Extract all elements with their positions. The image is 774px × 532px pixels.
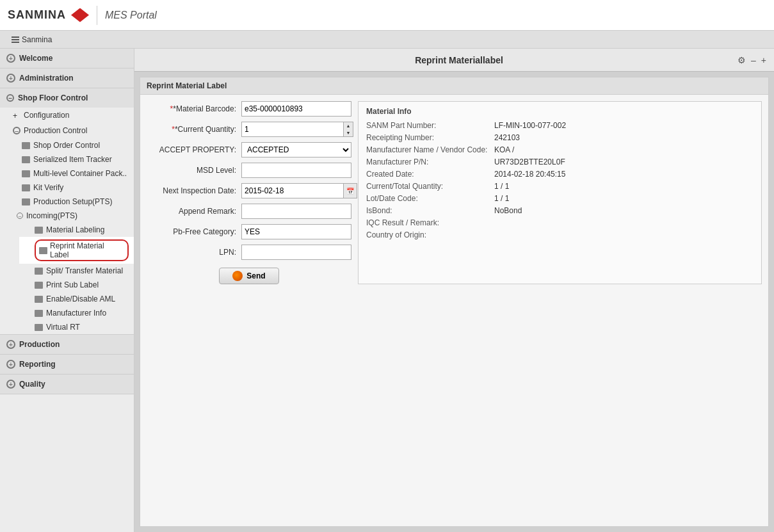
- quantity-up-button[interactable]: ▲: [344, 122, 353, 129]
- info-row-isbond: IsBond: NoBond: [366, 206, 754, 215]
- iqc-result-label: IQC Result / Remark:: [366, 218, 494, 227]
- manufacturer-name-label: Manufacturer Name / Vendor Code:: [366, 145, 494, 154]
- window-titlebar: Reprint Materiallabel ⚙ – +: [134, 49, 774, 72]
- sidebar-item-multilevel-container[interactable]: Multi-level Container Pack..: [6, 166, 134, 181]
- production-control-label: Production Control: [24, 126, 87, 135]
- production-control-children: Shop Order Control Serialized Item Track…: [0, 138, 134, 334]
- welcome-label: Welcome: [19, 54, 52, 63]
- print-sub-label-label: Print Sub Label: [46, 280, 99, 289]
- current-total-qty-label: Current/Total Quantity:: [366, 182, 494, 191]
- calendar-button[interactable]: 📅: [343, 183, 357, 198]
- sidebar-item-material-labeling[interactable]: Material Labeling: [19, 223, 134, 237]
- current-total-qty-value: 1 / 1: [494, 182, 509, 191]
- accept-property-select[interactable]: ACCEPTED REJECTED PENDING: [241, 142, 351, 157]
- enable-disable-aml-label: Enable/Disable AML: [46, 294, 115, 303]
- material-info-title: Material Info: [366, 107, 754, 116]
- lpn-input[interactable]: [241, 245, 351, 260]
- multilevel-container-icon: [22, 170, 30, 177]
- production-control-expand-icon: –: [13, 127, 20, 134]
- sidebar-reporting-header[interactable]: + Reporting: [0, 355, 134, 374]
- sidebar-item-manufacturer-info[interactable]: Manufacturer Info: [19, 306, 134, 320]
- sidebar-item-kit-verify[interactable]: Kit Verify: [6, 181, 134, 195]
- material-barcode-input[interactable]: [241, 101, 351, 117]
- top-header: SANMINA MES Portal: [0, 0, 774, 31]
- pb-free-input[interactable]: [241, 224, 351, 239]
- current-quantity-row: *Current Quantity: ▲ ▼: [147, 122, 351, 137]
- minimize-button[interactable]: –: [751, 55, 756, 65]
- sidebar-item-enable-disable-aml[interactable]: Enable/Disable AML: [19, 292, 134, 306]
- maximize-button[interactable]: +: [761, 55, 766, 65]
- sanmina-logo-icon: [71, 8, 89, 22]
- sidebar-section-shop-floor: – Shop Floor Control + Configuration – P…: [0, 88, 134, 335]
- send-circle-icon: [232, 271, 243, 281]
- sidebar-item-incoming-pts[interactable]: – Incoming(PTS): [6, 209, 134, 223]
- lot-date-code-label: Lot/Date Code:: [366, 194, 494, 203]
- info-row-sanm-part: SANM Part Number: LF-MIN-100-077-002: [366, 121, 754, 130]
- sidebar-production-header[interactable]: + Production: [0, 335, 134, 354]
- sidebar-shop-floor-header[interactable]: – Shop Floor Control: [0, 88, 134, 108]
- main-layout: + Welcome + Administration – Shop Floor …: [0, 49, 774, 532]
- form-left: *Material Barcode: *Current Quantity: ▲ …: [147, 101, 351, 284]
- sidebar-item-configuration[interactable]: + Configuration: [0, 108, 134, 123]
- msd-level-row: MSD Level:: [147, 163, 351, 178]
- sanm-part-label: SANM Part Number:: [366, 121, 494, 130]
- shop-floor-label: Shop Floor Control: [18, 93, 88, 102]
- receipting-label: Receipting Number:: [366, 133, 494, 142]
- sidebar-welcome-header[interactable]: + Welcome: [0, 49, 134, 68]
- incoming-pts-label: Incoming(PTS): [26, 211, 77, 220]
- logo-area: SANMINA: [8, 8, 89, 22]
- current-quantity-input[interactable]: [241, 122, 343, 137]
- form-title: Reprint Material Label: [140, 77, 768, 95]
- msd-level-input[interactable]: [241, 163, 351, 178]
- next-inspection-label: Next Inspection Date:: [147, 186, 236, 195]
- sidebar-item-virtual-rt[interactable]: Virtual RT: [19, 320, 134, 334]
- configuration-expand-icon: +: [13, 111, 20, 119]
- sidebar-section-reporting: + Reporting: [0, 355, 134, 375]
- sidebar-item-production-control[interactable]: – Production Control: [0, 123, 134, 138]
- sidebar-item-print-sub-label[interactable]: Print Sub Label: [19, 278, 134, 292]
- sanmina-menubar: Sanmina: [0, 31, 774, 49]
- serialized-tracker-label: Serialized Item Tracker: [33, 155, 112, 164]
- virtual-rt-icon: [35, 324, 43, 331]
- quantity-down-button[interactable]: ▼: [344, 129, 353, 136]
- incoming-pts-section: – Incoming(PTS) Material Labeling: [6, 209, 134, 334]
- sidebar-item-reprint-material-label[interactable]: Reprint Material Label: [19, 237, 134, 264]
- sidebar-item-production-setup[interactable]: Production Setup(PTS): [6, 195, 134, 209]
- lpn-label: LPN:: [147, 248, 236, 257]
- incoming-pts-expand-icon: –: [17, 213, 23, 219]
- sidebar-item-split-transfer[interactable]: Split/ Transfer Material: [19, 264, 134, 278]
- append-remark-input[interactable]: [241, 204, 351, 219]
- shop-floor-expand-icon: –: [6, 94, 14, 102]
- sidebar-item-shop-order-control[interactable]: Shop Order Control: [6, 138, 134, 152]
- sidebar-quality-header[interactable]: + Quality: [0, 375, 134, 394]
- configuration-label: Configuration: [24, 111, 69, 120]
- sidebar-item-serialized-tracker[interactable]: Serialized Item Tracker: [6, 152, 134, 166]
- quantity-spinner-wrap: ▲ ▼: [241, 122, 353, 137]
- sidebar-administration-header[interactable]: + Administration: [0, 69, 134, 88]
- next-inspection-input[interactable]: [241, 183, 343, 198]
- send-button[interactable]: Send: [219, 268, 278, 284]
- kit-verify-icon: [22, 184, 30, 191]
- info-row-receipting: Receipting Number: 242103: [366, 133, 754, 142]
- sanmina-menu-item[interactable]: Sanmina: [6, 33, 57, 46]
- accept-property-row: ACCEPT PROPERTY: ACCEPTED REJECTED PENDI…: [147, 142, 351, 157]
- production-expand-icon: +: [6, 340, 15, 349]
- settings-button[interactable]: ⚙: [738, 55, 746, 65]
- current-quantity-label: *Current Quantity:: [147, 125, 236, 134]
- material-labeling-icon: [35, 227, 43, 234]
- sanmina-menu-label: Sanmina: [22, 35, 52, 44]
- manufacturer-info-icon: [35, 310, 43, 317]
- info-row-current-total-qty: Current/Total Quantity: 1 / 1: [366, 182, 754, 191]
- reprint-material-label: Reprint Material Label: [50, 241, 124, 259]
- msd-level-label: MSD Level:: [147, 166, 236, 175]
- virtual-rt-label: Virtual RT: [46, 323, 80, 332]
- content-area: Reprint Materiallabel ⚙ – + Reprint Mate…: [134, 49, 774, 532]
- production-setup-label: Production Setup(PTS): [33, 197, 112, 206]
- material-barcode-row: *Material Barcode:: [147, 101, 351, 117]
- administration-expand-icon: +: [6, 74, 15, 83]
- production-label: Production: [19, 340, 60, 349]
- country-of-origin-label: Country of Origin:: [366, 230, 494, 239]
- manufacturer-pn-label: Manufacturer P/N:: [366, 157, 494, 166]
- reprint-label-outline: Reprint Material Label: [35, 239, 129, 261]
- lot-date-code-value: 1 / 1: [494, 194, 509, 203]
